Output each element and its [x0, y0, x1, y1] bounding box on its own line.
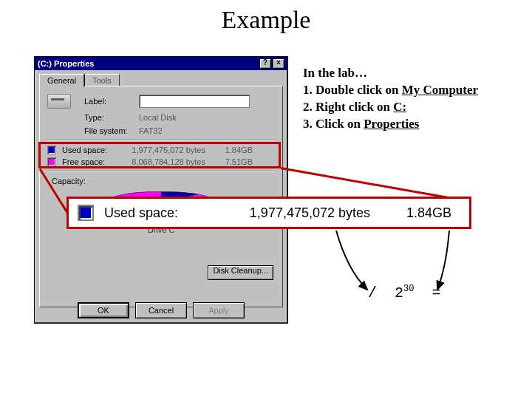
ok-button[interactable]: OK	[78, 302, 129, 318]
label-capacity: Capacity:	[52, 177, 106, 185]
value-used-bytes: 1,977,475,072 bytes	[117, 146, 213, 154]
step3-link: Properties	[364, 117, 419, 131]
step3-text: 3. Click on	[303, 117, 364, 131]
value-free-gb: 7.51GB	[213, 157, 253, 166]
label-label: Label:	[84, 97, 139, 106]
used-space-row: Used space: 1,977,475,072 bytes 1.84GB	[47, 146, 275, 154]
zoom-label: Used space:	[104, 205, 222, 221]
instructions: In the lab… 1. Double click on My Comput…	[303, 65, 478, 133]
value-used-gb: 1.84GB	[213, 146, 253, 154]
step1-link: My Computer	[402, 83, 478, 97]
instructions-step-3: 3. Click on Properties	[303, 116, 478, 133]
used-color-swatch	[47, 146, 56, 154]
tab-tools[interactable]: Tools	[84, 74, 120, 86]
label-type: Type:	[84, 113, 139, 122]
tab-strip: General Tools	[35, 70, 287, 86]
value-free-bytes: 8,068,784,128 bytes	[117, 157, 213, 166]
label-free: Free space:	[62, 157, 117, 166]
formula-eq: =	[432, 284, 440, 301]
dialog-button-row: OK Cancel Apply	[35, 302, 287, 318]
formula-div: /	[368, 284, 377, 301]
tab-general[interactable]: General	[39, 74, 84, 86]
label-input[interactable]	[139, 95, 250, 108]
window-title: (C:) Properties	[38, 59, 94, 68]
value-filesystem: FAT32	[139, 126, 163, 135]
value-type: Local Disk	[139, 113, 177, 122]
step2-text: 2. Right click on	[303, 100, 393, 114]
formula: / 230 =	[368, 284, 440, 301]
titlebar[interactable]: (C:) Properties ? ×	[35, 57, 287, 70]
instructions-step-1: 1. Double click on My Computer	[303, 82, 478, 99]
formula-exp: 30	[403, 284, 414, 294]
zoom-bytes: 1,977,475,072 bytes	[222, 205, 385, 221]
disk-cleanup-button[interactable]: Disk Cleanup...	[208, 265, 273, 280]
zoom-color-swatch	[78, 205, 94, 221]
free-color-swatch	[47, 157, 56, 166]
instructions-intro: In the lab…	[303, 65, 478, 82]
instructions-step-2: 2. Right click on C:	[303, 99, 478, 116]
highlight-zoom-box: Used space: 1,977,475,072 bytes 1.84GB	[66, 197, 471, 229]
slide-title: Example	[0, 6, 532, 34]
zoom-gb: 1.84GB	[385, 205, 451, 221]
step2-link: C:	[393, 100, 406, 114]
help-button[interactable]: ?	[259, 58, 271, 69]
drive-icon	[47, 94, 71, 109]
free-space-row: Free space: 8,068,784,128 bytes 7.51GB	[47, 157, 275, 166]
formula-base: 2	[395, 284, 403, 301]
cancel-button[interactable]: Cancel	[135, 302, 187, 318]
step1-text: 1. Double click on	[303, 83, 402, 97]
separator-2	[47, 171, 275, 172]
separator	[47, 140, 275, 141]
properties-dialog: (C:) Properties ? × General Tools Label:…	[34, 56, 288, 324]
close-button[interactable]: ×	[273, 58, 284, 69]
apply-button[interactable]: Apply	[193, 302, 245, 318]
label-filesystem: File system:	[84, 126, 139, 135]
label-used: Used space:	[62, 146, 117, 154]
